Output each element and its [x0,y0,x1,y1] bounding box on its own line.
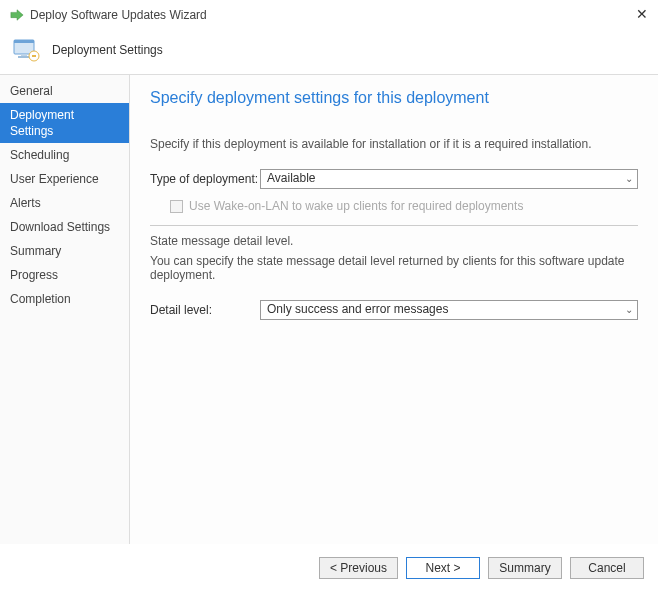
software-update-icon [10,34,42,66]
sidebar-item-completion[interactable]: Completion [0,287,129,311]
sidebar-item-alerts[interactable]: Alerts [0,191,129,215]
sidebar-item-scheduling[interactable]: Scheduling [0,143,129,167]
type-of-deployment-select[interactable]: Available ⌄ [260,169,638,189]
sidebar-item-progress[interactable]: Progress [0,263,129,287]
wizard-header: Deployment Settings [0,30,658,74]
detail-level-label: Detail level: [150,303,260,317]
wizard-body: General Deployment Settings Scheduling U… [0,74,658,544]
next-button[interactable]: Next > [406,557,480,579]
sidebar-item-deployment-settings[interactable]: Deployment Settings [0,103,129,143]
window-title: Deploy Software Updates Wizard [30,8,207,22]
wizard-arrow-icon [10,8,24,22]
svg-rect-1 [14,40,34,43]
close-button[interactable]: ✕ [636,6,648,22]
previous-button[interactable]: < Previous [319,557,398,579]
svg-rect-5 [32,55,36,57]
svg-rect-3 [18,56,30,58]
wizard-window: Deploy Software Updates Wizard ✕ Deploym… [0,0,658,590]
sidebar-item-download-settings[interactable]: Download Settings [0,215,129,239]
type-of-deployment-value: Available [267,171,315,185]
detail-level-row: Detail level: Only success and error mes… [150,300,638,320]
type-of-deployment-label: Type of deployment: [150,172,260,186]
svg-rect-2 [21,54,27,56]
wizard-sidebar: General Deployment Settings Scheduling U… [0,75,130,544]
wake-on-lan-checkbox [170,200,183,213]
section-separator [150,225,638,226]
page-title: Deployment Settings [52,43,163,57]
sidebar-item-user-experience[interactable]: User Experience [0,167,129,191]
cancel-button[interactable]: Cancel [570,557,644,579]
wake-on-lan-label: Use Wake-on-LAN to wake up clients for r… [189,199,523,213]
wizard-footer: < Previous Next > Summary Cancel [0,545,658,590]
wake-on-lan-row: Use Wake-on-LAN to wake up clients for r… [170,199,638,213]
content-panel: Specify deployment settings for this dep… [130,75,658,544]
type-of-deployment-row: Type of deployment: Available ⌄ [150,169,638,189]
state-message-description: You can specify the state message detail… [150,254,638,282]
chevron-down-icon: ⌄ [625,304,633,315]
detail-level-select[interactable]: Only success and error messages ⌄ [260,300,638,320]
sidebar-item-summary[interactable]: Summary [0,239,129,263]
sidebar-item-general[interactable]: General [0,79,129,103]
detail-level-value: Only success and error messages [267,302,448,316]
content-heading: Specify deployment settings for this dep… [150,89,638,107]
chevron-down-icon: ⌄ [625,173,633,184]
state-message-title: State message detail level. [150,234,638,248]
titlebar: Deploy Software Updates Wizard ✕ [0,0,658,30]
summary-button[interactable]: Summary [488,557,562,579]
content-description: Specify if this deployment is available … [150,137,638,151]
